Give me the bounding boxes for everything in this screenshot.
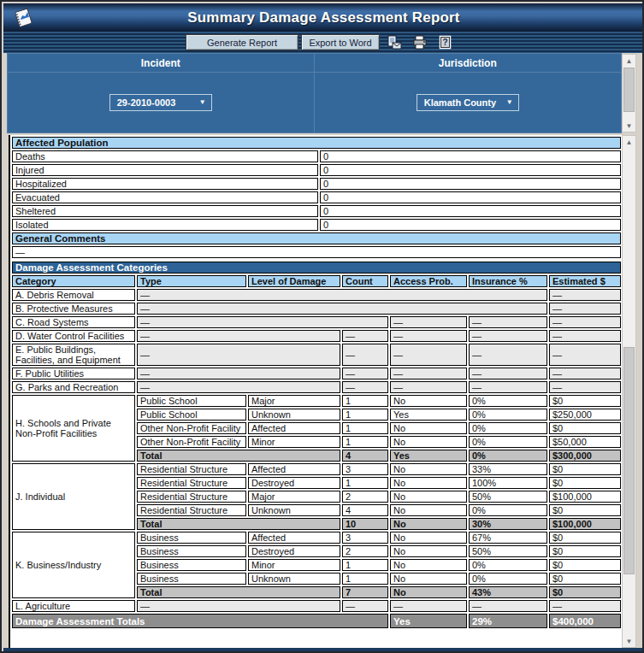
- column-header: Insurance %: [469, 275, 547, 287]
- filter-section: Incident 29-2010-0003 ▼ Jurisdiction Kla…: [7, 53, 622, 133]
- total-estimated: $300,000: [549, 450, 621, 462]
- print-icon[interactable]: [411, 34, 428, 50]
- grand-total-insurance: 29%: [469, 614, 547, 628]
- table-cell: Minor: [248, 559, 340, 571]
- jurisdiction-dropdown[interactable]: Klamath County ▼: [417, 94, 519, 111]
- scroll-up-arrow[interactable]: ▲: [623, 55, 635, 67]
- table-cell: No: [390, 491, 467, 503]
- total-label: Total: [137, 586, 340, 598]
- table-cell: 0%: [469, 395, 547, 407]
- table-cell: 2: [342, 545, 388, 557]
- damage-detail-row: J. IndividualResidential StructureAffect…: [12, 463, 621, 475]
- category-cell: F. Public Utilities: [12, 368, 135, 379]
- report-scrollbar[interactable]: ▲ ▼: [622, 135, 636, 648]
- scroll-down-arrow[interactable]: ▼: [623, 120, 635, 132]
- table-cell: 3: [342, 532, 388, 544]
- column-header: Estimated $: [549, 275, 621, 287]
- grand-total-access: Yes: [390, 614, 467, 628]
- category-cell: E. Public Buildings, Facilities, and Equ…: [12, 344, 135, 366]
- table-cell: Other Non-Profit Facility: [137, 436, 246, 448]
- grand-total-estimated: $400,000: [549, 614, 621, 628]
- total-estimated: $100,000: [549, 518, 621, 530]
- category-cell: G. Parks and Recreation: [12, 381, 135, 393]
- table-cell: Residential Structure: [137, 463, 246, 475]
- damage-assessment-totals-row: Damage Assessment Totals Yes 29% $400,00…: [12, 614, 621, 628]
- damage-categories-table: Damage Assessment Categories CategoryTyp…: [10, 260, 623, 630]
- table-cell: 3: [342, 463, 388, 475]
- email-report-icon[interactable]: [386, 34, 403, 50]
- export-to-word-button[interactable]: Export to Word: [301, 34, 380, 50]
- total-count: 7: [342, 586, 388, 598]
- table-cell: 33%: [469, 463, 547, 475]
- population-value: 0: [320, 219, 621, 231]
- table-cell: Affected: [248, 422, 340, 434]
- table-cell: —: [549, 600, 621, 612]
- summary-damage-assessment-window: Summary Damage Assessment Report Generat…: [0, 0, 644, 653]
- generate-report-button[interactable]: Generate Report: [186, 34, 298, 50]
- category-cell: L. Agriculture: [12, 600, 135, 612]
- table-cell: 67%: [469, 532, 547, 544]
- scrollbar-thumb[interactable]: [623, 347, 635, 574]
- category-cell: C. Road Systems: [12, 316, 135, 328]
- table-cell: —: [469, 600, 547, 612]
- total-label: Total: [137, 518, 340, 530]
- total-access: No: [390, 586, 467, 598]
- affected-population-table: Affected Population Deaths0Injured0Hospi…: [10, 135, 623, 260]
- table-cell: 1: [342, 395, 388, 407]
- population-value: 0: [320, 178, 621, 190]
- table-cell: $0: [549, 532, 621, 544]
- table-cell: 0%: [469, 409, 547, 421]
- table-cell: —: [137, 316, 388, 328]
- table-cell: —: [137, 330, 340, 342]
- total-insurance: 43%: [469, 586, 547, 598]
- table-cell: —: [137, 381, 340, 393]
- affected-population-row: Injured0: [12, 164, 621, 176]
- table-cell: Major: [248, 491, 340, 503]
- table-cell: No: [390, 545, 467, 557]
- damage-category-row: B. Protective Measures——: [12, 303, 621, 315]
- population-label: Deaths: [12, 150, 318, 162]
- table-cell: —: [469, 344, 547, 366]
- population-label: Evacuated: [12, 191, 318, 203]
- table-cell: Public School: [137, 395, 246, 407]
- table-cell: —: [137, 600, 340, 612]
- affected-population-row: Isolated0: [12, 219, 621, 231]
- total-insurance: 30%: [469, 518, 547, 530]
- damage-category-row: A. Debris Removal——: [12, 289, 621, 301]
- table-cell: 1: [342, 422, 388, 434]
- total-count: 10: [342, 518, 388, 530]
- table-cell: —: [549, 316, 621, 328]
- table-cell: $0: [549, 504, 621, 516]
- incident-header: Incident: [8, 54, 314, 73]
- table-cell: No: [390, 532, 467, 544]
- population-label: Isolated: [12, 219, 318, 231]
- table-cell: —: [549, 368, 621, 379]
- table-cell: $0: [549, 477, 621, 489]
- help-icon[interactable]: ?: [436, 34, 453, 50]
- table-cell: No: [390, 477, 467, 489]
- column-header: Type: [137, 275, 246, 287]
- table-cell: $0: [549, 463, 621, 475]
- table-cell: 1: [342, 409, 388, 421]
- jurisdiction-column: Jurisdiction Klamath County ▼: [315, 54, 622, 132]
- table-cell: Unknown: [248, 504, 340, 516]
- scroll-up-arrow[interactable]: ▲: [623, 136, 635, 148]
- filter-scrollbar[interactable]: ▲ ▼: [622, 54, 636, 132]
- chevron-down-icon: ▼: [199, 99, 206, 106]
- damage-category-row: D. Water Control Facilities—————: [12, 330, 621, 342]
- table-cell: —: [549, 330, 621, 342]
- table-cell: —: [390, 344, 467, 366]
- table-cell: Other Non-Profit Facility: [137, 422, 246, 434]
- scroll-down-arrow[interactable]: ▼: [623, 635, 635, 647]
- table-cell: —: [549, 303, 621, 315]
- page-title: Summary Damage Assessment Report: [187, 9, 460, 26]
- population-value: 0: [320, 205, 621, 217]
- table-cell: 1: [342, 559, 388, 571]
- scrollbar-thumb[interactable]: [623, 68, 635, 112]
- svg-text:?: ?: [442, 38, 447, 47]
- incident-dropdown-value: 29-2010-0003: [117, 97, 176, 108]
- table-cell: 0%: [469, 436, 547, 448]
- population-value: 0: [320, 191, 621, 203]
- incident-dropdown[interactable]: 29-2010-0003 ▼: [109, 94, 212, 111]
- table-cell: Unknown: [248, 409, 340, 421]
